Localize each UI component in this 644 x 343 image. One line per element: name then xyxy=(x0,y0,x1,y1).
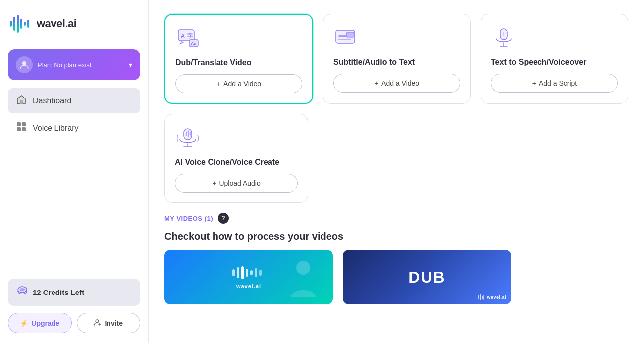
card-voice-clone[interactable]: AI Voice Clone/Voice Create + Upload Aud… xyxy=(164,114,308,203)
logo-area: wavel.ai xyxy=(8,10,140,38)
tts-icon xyxy=(491,25,517,51)
svg-rect-1 xyxy=(13,17,15,31)
svg-rect-11 xyxy=(22,127,26,131)
svg-rect-2 xyxy=(17,15,19,33)
person-add-icon xyxy=(94,318,102,328)
upload-audio-button[interactable]: + Upload Audio xyxy=(175,174,298,193)
credits-icon xyxy=(17,286,28,299)
svg-rect-43 xyxy=(478,295,479,299)
feature-cards-row-1: A 字 Aa Dub/Translate Video + Add a Video xyxy=(164,14,628,104)
sidebar-nav: Dashboard Voice Library xyxy=(8,88,140,143)
bottom-buttons: ⚡ Upgrade Invite xyxy=(8,313,140,333)
svg-rect-39 xyxy=(250,270,253,275)
card-tts[interactable]: Text to Speech/Voiceover + Add a Script xyxy=(481,14,628,104)
upload-audio-label: Upload Audio xyxy=(219,179,260,187)
card-tts-title: Text to Speech/Voiceover xyxy=(491,58,618,67)
my-videos-label: MY VIDEOS (1) xyxy=(164,215,213,222)
dub-thumb-text: DUB xyxy=(408,268,445,287)
svg-point-42 xyxy=(296,261,310,275)
plus-icon-2: + xyxy=(375,79,378,87)
svg-rect-37 xyxy=(241,266,244,279)
plan-text: Plan: No plan exist xyxy=(38,61,91,69)
invite-label: Invite xyxy=(105,319,123,327)
upgrade-label: Upgrade xyxy=(31,319,59,327)
sidebar-item-voice-library-label: Voice Library xyxy=(33,124,79,133)
dub-thumb-brand: wavel.ai xyxy=(487,295,506,300)
add-video-label-dub: Add a Video xyxy=(223,80,261,88)
svg-text:字: 字 xyxy=(187,33,193,39)
svg-rect-22 xyxy=(338,35,346,37)
svg-rect-4 xyxy=(24,22,26,26)
svg-point-15 xyxy=(96,320,99,323)
plus-icon-4: + xyxy=(212,179,216,187)
svg-rect-44 xyxy=(480,294,481,300)
invite-button[interactable]: Invite xyxy=(77,313,141,333)
upgrade-button[interactable]: ⚡ Upgrade xyxy=(8,313,72,333)
my-videos-info-icon[interactable]: ? xyxy=(218,213,229,224)
sidebar: wavel.ai Plan: No plan exist ▾ Dashboard xyxy=(0,0,149,343)
video-thumbnails: wavel.ai DUB xyxy=(164,250,628,304)
sidebar-item-dashboard[interactable]: Dashboard xyxy=(8,88,140,113)
card-subtitle-title: Subtitle/Audio to Text xyxy=(333,58,460,67)
sidebar-item-dashboard-label: Dashboard xyxy=(33,97,71,105)
checkout-heading: Checkout how to process your videos xyxy=(164,231,628,242)
home-icon xyxy=(16,94,27,107)
svg-text:A: A xyxy=(181,33,185,39)
voice-clone-icon xyxy=(175,125,201,151)
svg-rect-41 xyxy=(259,270,262,276)
card-subtitle[interactable]: Subtitle/Audio to Text + Add a Video xyxy=(323,14,471,104)
svg-rect-5 xyxy=(27,20,29,28)
svg-rect-3 xyxy=(20,19,22,29)
logo-icon xyxy=(8,12,32,36)
sidebar-item-voice-library[interactable]: Voice Library xyxy=(8,115,140,141)
svg-rect-0 xyxy=(10,21,12,27)
svg-rect-24 xyxy=(346,32,354,37)
main-content: A 字 Aa Dub/Translate Video + Add a Video xyxy=(149,0,644,343)
card-voice-clone-title: AI Voice Clone/Voice Create xyxy=(175,158,298,167)
add-video-button-dub[interactable]: + Add a Video xyxy=(175,74,302,93)
video-thumbnail-2[interactable]: DUB wavel.ai xyxy=(343,250,511,304)
dub-icon: A 字 Aa xyxy=(175,26,201,51)
svg-rect-23 xyxy=(338,39,351,40)
avatar xyxy=(16,56,33,73)
add-script-label: Add a Script xyxy=(539,79,577,87)
svg-rect-8 xyxy=(17,122,21,126)
my-videos-section: MY VIDEOS (1) ? Checkout how to process … xyxy=(164,213,628,304)
card-dub-translate[interactable]: A 字 Aa Dub/Translate Video + Add a Video xyxy=(164,14,313,104)
card-dub-translate-title: Dub/Translate Video xyxy=(175,58,302,67)
plus-icon-3: + xyxy=(532,79,536,87)
svg-rect-46 xyxy=(483,295,484,300)
subtitle-icon xyxy=(333,25,359,51)
svg-rect-10 xyxy=(17,127,21,131)
my-videos-header: MY VIDEOS (1) ? xyxy=(164,213,628,224)
credits-box[interactable]: 12 Credits Left xyxy=(8,279,140,306)
video-thumbnail-1[interactable]: wavel.ai xyxy=(164,250,333,304)
logo-text: wavel.ai xyxy=(37,17,76,30)
svg-point-6 xyxy=(22,61,26,65)
svg-point-14 xyxy=(20,288,25,291)
svg-rect-36 xyxy=(237,267,239,278)
feature-cards-row-2: AI Voice Clone/Voice Create + Upload Aud… xyxy=(164,114,628,203)
svg-rect-9 xyxy=(22,122,26,126)
add-video-button-subtitle[interactable]: + Add a Video xyxy=(333,74,460,93)
lightning-icon: ⚡ xyxy=(20,319,28,327)
grid-icon xyxy=(16,121,27,135)
user-plan-box[interactable]: Plan: No plan exist ▾ xyxy=(8,49,140,80)
svg-rect-45 xyxy=(482,296,483,299)
svg-text:Aa: Aa xyxy=(191,41,197,46)
svg-rect-40 xyxy=(255,268,257,277)
svg-rect-7 xyxy=(20,100,23,104)
add-video-label-subtitle: Add a Video xyxy=(381,79,419,87)
svg-rect-38 xyxy=(246,269,248,277)
add-script-button[interactable]: + Add a Script xyxy=(491,74,618,93)
chevron-down-icon: ▾ xyxy=(129,61,132,69)
svg-rect-35 xyxy=(232,269,235,276)
credits-text: 12 Credits Left xyxy=(33,288,84,296)
user-plan-left: Plan: No plan exist xyxy=(16,56,91,73)
plus-icon: + xyxy=(216,80,220,88)
